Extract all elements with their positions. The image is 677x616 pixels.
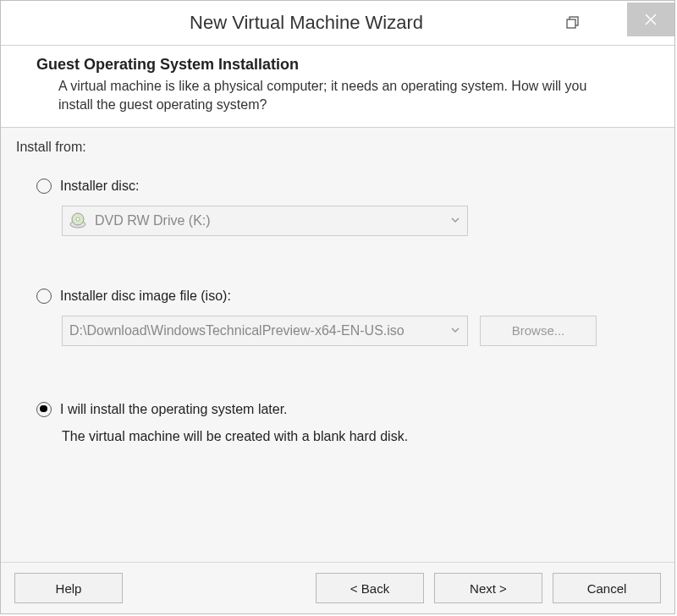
option-iso-label: Installer disc image file (iso): [60, 289, 231, 304]
radio-icon [36, 402, 52, 417]
wizard-subtext: A virtual machine is like a physical com… [58, 77, 617, 115]
chevron-down-icon [450, 324, 460, 338]
titlebar: New Virtual Machine Wizard [1, 1, 674, 45]
option-installer-iso: Installer disc image file (iso): D:\Down… [36, 289, 659, 346]
browse-button: Browse... [480, 316, 597, 346]
help-button[interactable]: Help [14, 573, 123, 603]
radio-icon [36, 179, 52, 194]
option-later-description: The virtual machine will be created with… [62, 429, 659, 444]
next-button[interactable]: Next > [434, 573, 542, 603]
chevron-down-icon [450, 214, 460, 228]
iso-path-select[interactable]: D:\Download\WindowsTechnicalPreview-x64-… [62, 316, 468, 346]
disc-drive-text: DVD RW Drive (K:) [95, 213, 450, 228]
wizard-window: New Virtual Machine Wizard Guest Operati… [0, 0, 675, 614]
install-from-label: Install from: [16, 140, 659, 155]
window-title: New Virtual Machine Wizard [1, 12, 553, 34]
radio-install-later[interactable]: I will install the operating system late… [36, 402, 659, 417]
svg-rect-1 [567, 19, 575, 28]
svg-point-6 [76, 217, 80, 221]
wizard-content: Install from: Installer disc: DVD RW Dri… [1, 128, 674, 562]
cancel-button[interactable]: Cancel [553, 573, 661, 603]
radio-installer-disc[interactable]: Installer disc: [36, 179, 659, 194]
back-button[interactable]: < Back [316, 573, 424, 603]
close-button[interactable] [627, 3, 674, 36]
option-disc-label: Installer disc: [60, 179, 139, 194]
disc-drive-select[interactable]: DVD RW Drive (K:) [62, 206, 468, 236]
radio-installer-iso[interactable]: Installer disc image file (iso): [36, 289, 659, 304]
wizard-header: Guest Operating System Installation A vi… [1, 45, 674, 128]
option-later-label: I will install the operating system late… [60, 402, 288, 417]
iso-path-text: D:\Download\WindowsTechnicalPreview-x64-… [69, 323, 450, 338]
wizard-footer: Help < Back Next > Cancel [1, 562, 674, 613]
titlebar-controls [553, 3, 674, 43]
restore-down-icon[interactable] [553, 3, 593, 43]
radio-icon [36, 289, 52, 304]
option-installer-disc: Installer disc: DVD RW Drive (K:) [36, 179, 659, 236]
wizard-heading: Guest Operating System Installation [36, 56, 654, 74]
disc-drive-icon [69, 212, 86, 229]
option-install-later: I will install the operating system late… [36, 402, 659, 444]
